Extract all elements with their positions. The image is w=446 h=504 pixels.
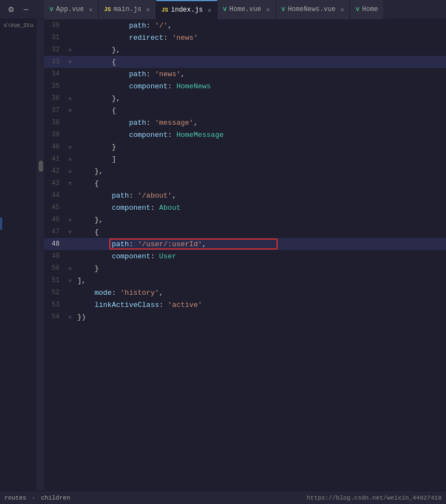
minimize-icon[interactable]: — <box>20 0 32 19</box>
line-number: 51 <box>44 277 65 284</box>
breadcrumb: routes › children <box>4 495 70 501</box>
tab-label: index.js <box>171 6 203 14</box>
collapse-arrow-icon[interactable]: ◇ <box>67 168 73 174</box>
collapse-open-icon[interactable]: ▽ <box>67 59 73 65</box>
code-content: ], <box>75 277 446 285</box>
collapse-open-icon[interactable]: ▽ <box>67 181 73 186</box>
line-number: 41 <box>44 155 65 163</box>
code-content: }) <box>75 313 446 321</box>
scroll-area[interactable] <box>38 19 44 491</box>
code-line-34: 34 path: 'news', <box>44 68 446 80</box>
token: path <box>129 22 146 30</box>
tab-home2-vue[interactable]: V Home <box>350 0 384 19</box>
scroll-thumb[interactable] <box>39 161 43 172</box>
code-line-54: 54◇}) <box>44 311 446 323</box>
code-line-43: 43▽ { <box>44 177 446 189</box>
code-content: ] <box>75 155 446 163</box>
token: 'news' <box>155 70 180 78</box>
collapse-arrow-icon[interactable]: ◇ <box>67 278 73 283</box>
token: } <box>94 216 99 224</box>
token: 'news' <box>172 34 198 42</box>
code-content: path: 'news', <box>75 70 446 78</box>
code-line-40: 40◇ } <box>44 141 446 153</box>
tab-label: Home.vue <box>230 6 262 13</box>
token: : <box>159 301 168 309</box>
token: , <box>159 289 163 297</box>
code-content: redirect: 'news' <box>75 34 446 42</box>
main-layout: s\Vue_Stu 30 path: '/',31 redirect: 'new… <box>0 19 446 491</box>
line-number: 39 <box>44 131 65 139</box>
code-line-41: 41◇ ] <box>44 153 446 165</box>
line-number: 47 <box>44 228 65 236</box>
line-number: 38 <box>44 119 65 126</box>
line-number: 44 <box>44 192 65 199</box>
close-icon[interactable]: ✕ <box>89 6 93 13</box>
line-number: 33 <box>44 58 65 66</box>
collapse-arrow-icon[interactable]: ◇ <box>67 96 73 101</box>
vue-icon: V <box>282 6 285 13</box>
close-icon[interactable]: ✕ <box>146 6 150 13</box>
token: : <box>146 22 155 30</box>
token: : <box>146 119 155 127</box>
token: HomeMessage <box>176 131 224 139</box>
vue-icon: V <box>50 6 54 13</box>
code-content: component: HomeMessage <box>75 131 446 139</box>
gutter-icon: ◇ <box>65 47 75 52</box>
tab-home-vue[interactable]: V Home.vue ✕ <box>217 0 276 19</box>
tab-homenews-vue[interactable]: V HomeNews.vue ✕ <box>276 0 351 19</box>
collapse-arrow-icon[interactable]: ◇ <box>67 266 73 271</box>
tab-main-js[interactable]: JS main.js ✕ <box>99 0 156 19</box>
token: HomeNews <box>176 82 210 91</box>
token: , <box>168 22 172 30</box>
close-icon[interactable]: ✕ <box>208 7 211 14</box>
token: , <box>194 119 198 127</box>
settings-icon[interactable]: ⚙ <box>2 0 20 19</box>
tab-label: Home <box>362 6 378 13</box>
token: : <box>168 131 177 139</box>
collapse-open-icon[interactable]: ▽ <box>67 108 73 113</box>
collapse-arrow-icon[interactable]: ◇ <box>67 144 73 150</box>
code-line-51: 51◇], <box>44 274 446 287</box>
token: linkActiveClass <box>94 301 159 309</box>
code-line-53: 53 linkActiveClass: 'active' <box>44 299 446 311</box>
code-line-46: 46◇ }, <box>44 214 446 226</box>
token: : <box>168 82 177 91</box>
gutter-icon: ▽ <box>65 59 75 65</box>
code-line-44: 44 path: '/about', <box>44 189 446 201</box>
code-line-48: 48 path: '/user/:userId', <box>44 238 446 250</box>
sidebar: s\Vue_Stu <box>0 19 38 491</box>
token: path <box>129 70 146 78</box>
code-line-31: 31 redirect: 'news' <box>44 31 446 44</box>
close-icon[interactable]: ✕ <box>266 6 270 13</box>
token: { <box>94 179 99 188</box>
collapse-arrow-icon[interactable]: ◇ <box>67 156 73 162</box>
token: : <box>146 70 155 78</box>
code-content: path: '/about', <box>75 192 446 200</box>
line-number: 31 <box>44 34 65 41</box>
code-content: }, <box>75 94 446 103</box>
code-content: }, <box>75 216 446 224</box>
token: path <box>112 240 129 248</box>
gutter-icon: ◇ <box>65 168 75 174</box>
collapse-arrow-icon[interactable]: ◇ <box>67 314 73 320</box>
collapse-arrow-icon[interactable]: ◇ <box>67 47 73 52</box>
code-content: { <box>75 107 446 115</box>
close-icon[interactable]: ✕ <box>341 6 344 13</box>
token: : <box>163 34 172 42</box>
collapse-open-icon[interactable]: ▽ <box>67 229 73 235</box>
line-number: 43 <box>44 179 65 187</box>
line-number: 37 <box>44 107 65 114</box>
code-content: path: '/user/:userId', <box>75 240 446 248</box>
code-content: component: HomeNews <box>75 82 446 91</box>
tab-index-js[interactable]: JS index.js ✕ <box>156 0 217 19</box>
line-number: 54 <box>44 313 65 321</box>
gutter-icon: ◇ <box>65 278 75 283</box>
code-editor[interactable]: 30 path: '/',31 redirect: 'news'32◇ },33… <box>44 19 446 491</box>
collapse-arrow-icon[interactable]: ◇ <box>67 217 73 222</box>
code-content: component: About <box>75 204 446 212</box>
code-line-45: 45 component: About <box>44 201 446 214</box>
tab-app-vue[interactable]: V App.vue ✕ <box>44 0 99 19</box>
token: component <box>129 131 168 139</box>
token: component <box>129 82 168 91</box>
tab-label: main.js <box>114 6 141 13</box>
